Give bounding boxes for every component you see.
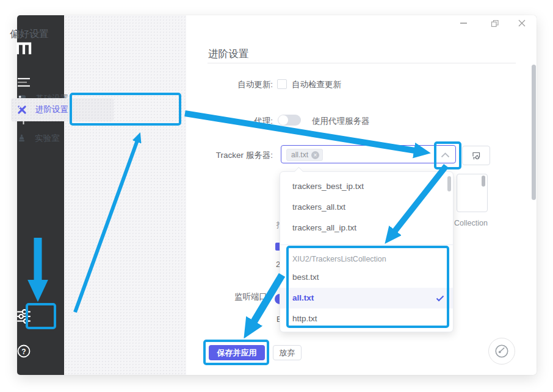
proxy-toggle-label: 使用代理服务器 — [312, 116, 370, 127]
auto-update-label: 自动更新: — [183, 79, 273, 90]
sync-list-icon — [471, 151, 481, 160]
tracker-label: Tracker 服务器: — [183, 150, 273, 161]
svg-text:?: ? — [21, 347, 26, 356]
tracker-list-textarea[interactable] — [457, 174, 488, 212]
menu-item-label: 实验室 — [35, 133, 60, 144]
dropdown-item[interactable]: trackers_best_ip.txt — [280, 176, 453, 197]
motrix-logo — [0, 41, 47, 55]
proxy-toggle[interactable] — [278, 115, 301, 126]
minimize-button[interactable] — [459, 19, 468, 27]
listen-port-label: 监听端口 — [234, 291, 267, 302]
tracker-select-input[interactable]: all.txt × — [281, 145, 456, 163]
save-apply-button[interactable]: 保存并应用 — [209, 345, 265, 360]
sidebar-item-help[interactable]: ? — [0, 344, 47, 358]
dropdown-item[interactable]: http.txt — [280, 308, 453, 329]
preferences-panel — [64, 15, 186, 375]
tracker-tag-label: all.txt — [291, 151, 308, 159]
close-button[interactable] — [518, 19, 526, 27]
dropdown-item-selected[interactable]: all.txt — [280, 288, 453, 308]
tag-close-icon[interactable]: × — [311, 151, 319, 159]
chevron-up-icon[interactable] — [441, 152, 450, 158]
sidebar-item-task-list[interactable] — [0, 77, 47, 87]
lab-icon — [17, 134, 26, 143]
tools-icon — [17, 105, 27, 115]
hint-fragment-collection: Collection — [454, 219, 488, 227]
menu-item-advanced-settings[interactable]: 进阶设置 — [11, 98, 114, 121]
maximize-button[interactable] — [490, 19, 499, 27]
dropdown-item[interactable]: trackers_all_ip.txt — [280, 218, 453, 238]
m-logo-icon — [15, 41, 33, 55]
main-scrollbar[interactable] — [532, 65, 536, 200]
tracker-dropdown: trackers_best_ip.txt trackers_all.txt tr… — [280, 171, 454, 332]
preferences-title: 偏好设置 — [10, 28, 49, 41]
dropdown-divider — [280, 244, 453, 245]
dropdown-item[interactable]: best.txt — [280, 267, 453, 288]
dropdown-group-label: XIU2/TrackersListCollection — [280, 251, 453, 267]
page-title: 进阶设置 — [208, 48, 248, 61]
engine-speed-button[interactable] — [488, 338, 515, 365]
restore-icon — [491, 20, 499, 27]
app-root: ? 偏好设置 基础设置 进阶设置 实验室 进阶设置 自动更新: — [0, 0, 553, 392]
sync-trackers-button[interactable] — [462, 146, 490, 165]
speedometer-icon — [494, 343, 510, 359]
sidebar-item-preferences[interactable] — [0, 308, 47, 324]
sliders-icon — [16, 308, 32, 324]
discard-button[interactable]: 放弃 — [273, 345, 302, 360]
auto-update-checkbox-label: 自动检查更新 — [292, 79, 341, 90]
tracker-tag: all.txt × — [286, 149, 323, 161]
menu-item-lab[interactable]: 实验室 — [11, 127, 114, 150]
toggle-knob — [278, 115, 288, 125]
help-icon: ? — [16, 344, 31, 358]
check-icon — [436, 295, 444, 302]
dropdown-item[interactable]: trackers_all.txt — [280, 197, 453, 218]
close-icon — [518, 20, 526, 27]
auto-update-checkbox[interactable] — [277, 79, 287, 89]
textarea-scrollbar[interactable] — [482, 176, 485, 187]
minimize-icon — [460, 23, 467, 24]
proxy-label: 代理: — [183, 116, 273, 127]
menu-item-label: 进阶设置 — [35, 104, 68, 115]
task-list-icon — [17, 77, 31, 87]
title-divider — [208, 63, 516, 63]
